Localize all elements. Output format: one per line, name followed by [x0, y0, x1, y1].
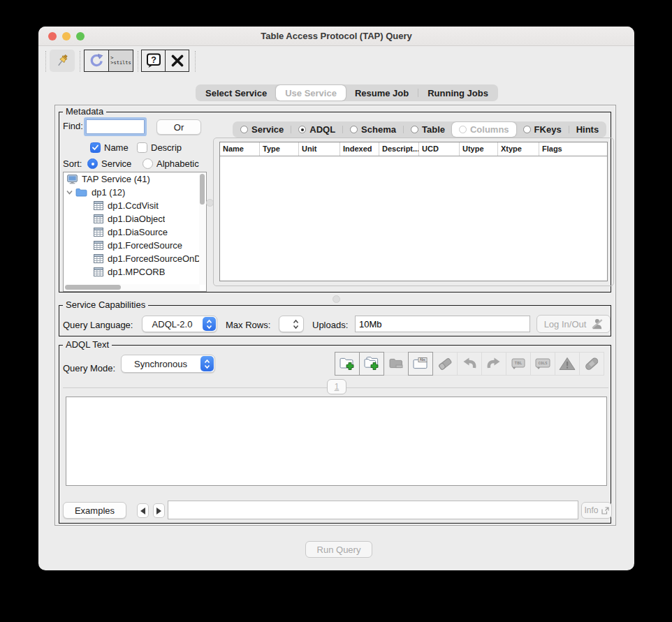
adql-text-tab-1[interactable]: 1 — [327, 379, 346, 394]
fkeys-radio[interactable] — [523, 126, 531, 133]
stilts-button[interactable]: >>stilts — [108, 50, 133, 72]
insert-table-button[interactable]: TBL — [506, 352, 531, 376]
max-rows-select[interactable] — [279, 316, 304, 332]
insert-columns-button[interactable]: COLS — [530, 352, 555, 376]
query-mode-value: Synchronous — [122, 359, 200, 369]
erase-button[interactable] — [432, 352, 458, 376]
login-button[interactable]: Log In/Out — [536, 315, 611, 333]
toolbar-separator — [80, 51, 80, 72]
chevron-down-icon[interactable] — [66, 188, 73, 196]
rename-tab-button[interactable]: Abc — [408, 352, 433, 376]
column-header[interactable]: Descript... — [379, 142, 419, 156]
tab-label: Service — [251, 124, 284, 135]
descrip-checkbox[interactable] — [137, 142, 147, 153]
validate-button[interactable] — [555, 352, 580, 376]
table-radio[interactable] — [411, 126, 418, 133]
column-header[interactable]: Unit — [299, 142, 340, 156]
dropdown-stepper-icon — [200, 356, 214, 371]
column-header[interactable]: Type — [260, 142, 299, 156]
column-header[interactable]: Indexed — [340, 142, 379, 156]
sort-alphabetic-radio[interactable] — [143, 158, 153, 169]
tree-item-label: dp1.MPCORB — [108, 267, 165, 277]
uploads-field[interactable] — [355, 316, 530, 332]
info-button[interactable]: Info — [581, 502, 612, 519]
scrollbar-thumb[interactable] — [65, 285, 121, 290]
tab-label: ADQL — [309, 124, 335, 135]
tree-item-table[interactable]: dp1.DiaObject — [64, 212, 206, 225]
tree-item-table[interactable]: dp1.ForcedSourceOnD — [64, 252, 206, 265]
column-header[interactable]: UCD — [419, 142, 460, 156]
remove-tab-button[interactable] — [384, 352, 409, 376]
zoom-window-button[interactable] — [76, 32, 85, 40]
schema-tree[interactable]: TAP Service (41) dp1 (12) dp1.CcdVisit — [63, 172, 207, 292]
scrollbar-thumb[interactable] — [200, 174, 205, 205]
metadata-view-tab-bar: Service ADQL Schema Table Columns — [233, 121, 606, 138]
copy-tab-button[interactable] — [359, 352, 384, 376]
reload-button[interactable] — [84, 50, 109, 72]
tab-service[interactable]: Service — [233, 122, 291, 137]
sort-service-radio[interactable] — [87, 158, 98, 169]
tab-table[interactable]: Table — [404, 122, 452, 137]
tab-running-jobs[interactable]: Running Jobs — [418, 85, 497, 101]
tab-fkeys[interactable]: FKeys — [516, 122, 569, 137]
example-name-field[interactable] — [168, 501, 578, 519]
close-icon — [170, 53, 185, 68]
undo-button[interactable] — [457, 352, 482, 376]
query-language-select[interactable]: ADQL-2.0 — [142, 316, 217, 332]
tree-item-root[interactable]: TAP Service (41) — [64, 172, 206, 186]
tab-adql[interactable]: ADQL — [291, 122, 342, 137]
add-tab-icon — [338, 355, 356, 372]
column-header[interactable]: Name — [220, 142, 260, 156]
help-button[interactable]: ? — [141, 50, 166, 72]
tree-item-table[interactable]: dp1.MPCORB — [64, 265, 206, 279]
table-icon — [94, 228, 103, 237]
pin-window-button[interactable] — [50, 50, 75, 72]
fix-errors-button[interactable] — [579, 352, 604, 376]
previous-example-button[interactable] — [137, 503, 149, 518]
tree-vertical-scrollbar[interactable] — [199, 173, 205, 285]
dropdown-stepper-icon — [203, 317, 216, 331]
close-window-button[interactable] — [48, 32, 57, 40]
close-panel-button[interactable] — [165, 50, 189, 72]
next-example-button[interactable] — [153, 503, 165, 518]
schema-radio[interactable] — [350, 126, 358, 133]
tab-hints[interactable]: Hints — [569, 122, 606, 137]
run-query-button[interactable]: Run Query — [305, 541, 372, 558]
columns-radio[interactable] — [459, 126, 467, 133]
tab-schema[interactable]: Schema — [343, 122, 403, 137]
redo-button[interactable] — [481, 352, 506, 376]
main-tab-bar: Select Service Use Service Resume Job Ru… — [196, 84, 498, 101]
toolbar-separator — [138, 51, 138, 72]
tab-resume-job[interactable]: Resume Job — [346, 85, 418, 101]
adql-query-textarea[interactable] — [66, 397, 607, 486]
adql-radio[interactable] — [298, 126, 306, 133]
user-slash-icon — [590, 318, 603, 330]
name-checkbox[interactable] — [90, 142, 101, 153]
tree-item-table[interactable]: dp1.CcdVisit — [64, 199, 206, 212]
tab-select-service[interactable]: Select Service — [196, 85, 276, 101]
tree-item-table[interactable]: dp1.DiaSource — [64, 225, 206, 239]
service-capabilities-title: Service Capabilities — [63, 299, 148, 311]
columns-table[interactable]: Name Type Unit Indexed Descript... UCD U… — [219, 142, 608, 281]
insert-columns-icon: COLS — [534, 355, 552, 372]
column-header[interactable]: Flags — [539, 142, 607, 156]
service-radio[interactable] — [240, 126, 248, 133]
tree-item-schema[interactable]: dp1 (12) — [64, 186, 206, 199]
columns-tab-content: Name Type Unit Indexed Descript... UCD U… — [213, 138, 614, 286]
minimize-window-button[interactable] — [62, 32, 71, 40]
examples-button[interactable]: Examples — [63, 502, 126, 519]
query-mode-select[interactable]: Synchronous — [121, 355, 215, 373]
max-rows-label: Max Rows: — [226, 320, 270, 330]
tab-use-service[interactable]: Use Service — [276, 85, 346, 101]
find-input[interactable] — [86, 119, 145, 134]
column-header[interactable]: Xtype — [498, 142, 539, 156]
column-header[interactable]: Utype — [460, 142, 498, 156]
tab-columns[interactable]: Columns — [452, 122, 516, 137]
split-divider-knob[interactable] — [333, 295, 340, 303]
add-tab-button[interactable] — [335, 352, 360, 376]
tree-horizontal-scrollbar[interactable] — [64, 284, 200, 290]
or-button[interactable]: Or — [156, 119, 201, 135]
tree-item-label: dp1.DiaSource — [108, 227, 168, 237]
tree-item-table[interactable]: dp1.ForcedSource — [64, 239, 206, 252]
metadata-section: Metadata Find: Or Name Descrip Sort: Ser… — [59, 112, 611, 293]
